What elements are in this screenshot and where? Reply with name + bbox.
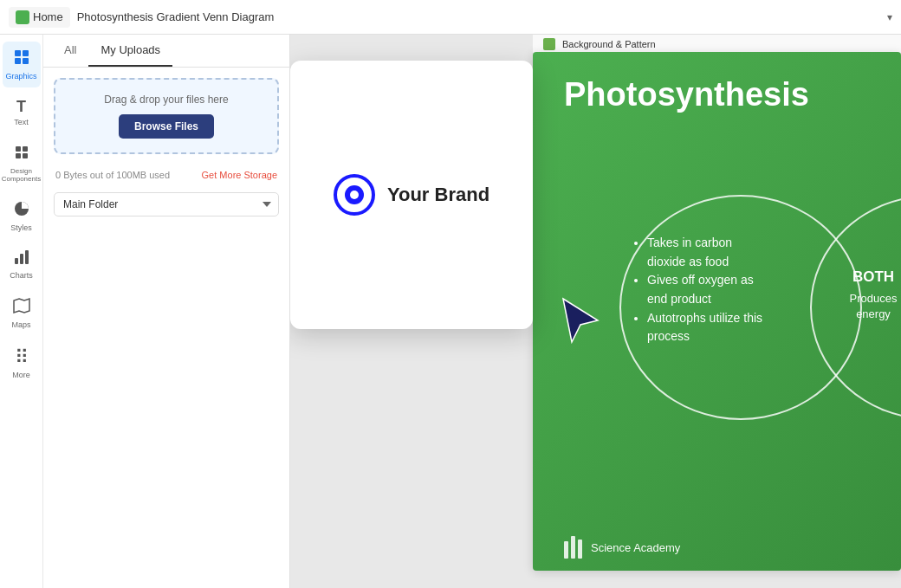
- more-icon: ⠿: [15, 346, 29, 369]
- panel-tabs: All My Uploads: [43, 35, 289, 68]
- sidebar-item-graphics[interactable]: Graphics: [3, 42, 41, 87]
- sidebar-item-charts[interactable]: Charts: [3, 242, 41, 287]
- chevron-down-icon[interactable]: ▾: [887, 11, 892, 23]
- folder-dropdown[interactable]: Main Folder: [54, 192, 279, 216]
- svg-rect-12: [25, 250, 29, 264]
- brand-logo: [334, 174, 375, 216]
- upload-dropzone: Drag & drop your files here Browse Files: [54, 78, 279, 154]
- sidebar-item-text-label: Text: [14, 118, 29, 126]
- sidebar-item-styles[interactable]: Styles: [3, 193, 41, 239]
- text-icon: T: [16, 98, 26, 116]
- tube-2: [571, 536, 575, 559]
- sidebar-item-styles-label: Styles: [10, 223, 32, 232]
- brand-logo-center-dot: [350, 191, 359, 199]
- svg-rect-8: [23, 153, 28, 158]
- topbar: Home Photosynthesis Gradient Venn Diagra…: [0, 0, 901, 35]
- sidebar-item-more-label: More: [12, 371, 30, 379]
- slide-footer: Science Academy: [564, 536, 680, 559]
- venn-left-item-2: Gives off oxygen as end product: [647, 271, 772, 308]
- color-swatch[interactable]: [543, 38, 555, 50]
- charts-icon: [13, 249, 30, 269]
- tube-3: [578, 540, 582, 559]
- storage-used-text: 0 Bytes out of 100MB used: [55, 170, 170, 180]
- doc-title: Photosynthesis Gradient Venn Diagram: [77, 10, 880, 23]
- venn-center-sub: Produces energy: [834, 291, 901, 322]
- home-button[interactable]: Home: [9, 7, 70, 28]
- storage-info-row: 0 Bytes out of 100MB used Get More Stora…: [43, 165, 289, 185]
- svg-rect-2: [23, 50, 29, 56]
- brand-popup-card: Your Brand: [290, 61, 533, 329]
- maps-icon: [13, 297, 30, 319]
- left-panel: All My Uploads Drag & drop your files he…: [43, 35, 290, 588]
- tab-my-uploads[interactable]: My Uploads: [88, 35, 172, 67]
- sidebar-item-maps[interactable]: Maps: [3, 290, 41, 336]
- svg-rect-4: [23, 58, 29, 64]
- footer-academy-text: Science Academy: [591, 541, 680, 554]
- venn-left-item-1: Takes in carbon dioxide as food: [647, 234, 772, 271]
- canvas-area: Background & Pattern Your Brand Photosyn…: [290, 35, 901, 588]
- styles-icon: [13, 200, 30, 222]
- sidebar-item-charts-label: Charts: [10, 271, 33, 280]
- svg-rect-0: [18, 13, 27, 22]
- venn-left-content: Takes in carbon dioxide as food Gives of…: [633, 234, 772, 346]
- svg-rect-5: [16, 146, 21, 152]
- brand-popup-inner: Your Brand: [334, 174, 489, 216]
- venn-left-item-3: Autotrophs utilize this process: [647, 309, 772, 346]
- home-label: Home: [33, 10, 63, 23]
- upload-instructions: Drag & drop your files here: [69, 94, 263, 106]
- svg-rect-7: [16, 153, 21, 158]
- svg-rect-6: [23, 146, 28, 152]
- sidebar-item-graphics-label: Graphics: [6, 72, 37, 81]
- tube-1: [564, 541, 568, 559]
- pattern-label: Background & Pattern: [562, 39, 656, 49]
- venn-area: Takes in carbon dioxide as food Gives of…: [550, 186, 901, 519]
- folder-select[interactable]: Main Folder: [54, 192, 279, 216]
- design-icon: [13, 144, 30, 165]
- sidebar-item-design[interactable]: Design Components: [3, 137, 41, 190]
- brand-name-text: Your Brand: [387, 184, 489, 206]
- cursor-arrow: [559, 294, 602, 350]
- sidebar-item-text[interactable]: T Text: [3, 91, 41, 133]
- venn-both-label: BOTH: [834, 268, 901, 286]
- venn-center-content: BOTH Produces energy: [834, 268, 901, 322]
- pattern-bar: Background & Pattern: [533, 35, 901, 54]
- get-more-storage-link[interactable]: Get More Storage: [202, 170, 277, 180]
- svg-rect-3: [15, 58, 21, 64]
- svg-rect-1: [15, 50, 21, 56]
- sidebar-item-maps-label: Maps: [11, 320, 30, 329]
- sidebar-icons: Graphics T Text Design Components: [0, 35, 43, 588]
- graphics-icon: [13, 48, 30, 70]
- beaker-icon: [564, 536, 582, 559]
- svg-rect-10: [15, 258, 18, 264]
- browse-files-button[interactable]: Browse Files: [119, 114, 214, 139]
- tab-all[interactable]: All: [52, 35, 88, 67]
- svg-marker-13: [563, 299, 598, 342]
- svg-rect-11: [20, 254, 23, 264]
- sidebar-item-more[interactable]: ⠿ More: [3, 339, 41, 386]
- slide-title: Photosynthesis: [533, 52, 901, 122]
- main-layout: Graphics T Text Design Components: [0, 35, 901, 588]
- sidebar-item-design-label: Design Components: [2, 167, 41, 183]
- home-icon: [16, 10, 29, 24]
